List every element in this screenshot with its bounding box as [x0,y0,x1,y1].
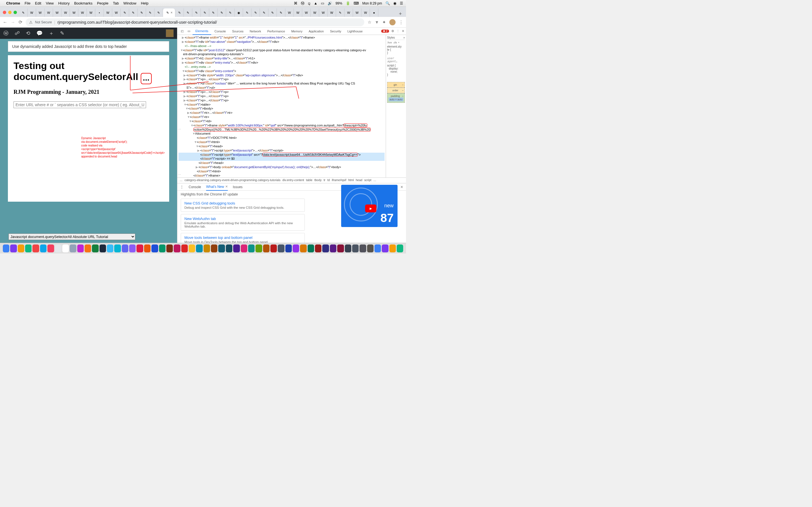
edit-icon[interactable]: ✎ [60,30,64,36]
menu-bookmarks[interactable]: Bookmarks [74,1,93,5]
dom-node[interactable]: ▼<class="t">head> [179,144,385,149]
dock-app-icon[interactable] [330,244,336,252]
tab-lighthouse[interactable]: Lighthouse [345,27,365,35]
dom-node[interactable]: ▶<class="t">div style="width: 230px" cla… [179,73,385,77]
browser-tab[interactable]: ● [370,8,378,17]
drawer-close-icon[interactable]: ✕ [400,185,403,189]
browser-tab[interactable]: ✎ [19,8,28,17]
dock-app-icon[interactable] [166,244,173,252]
device-icon[interactable]: ▭ [186,29,192,33]
dock-app-icon[interactable] [100,244,106,252]
app-name[interactable]: Chrome [6,1,20,5]
menu-history[interactable]: History [58,1,69,5]
dock-app-icon[interactable] [308,244,314,252]
tab-memory[interactable]: Memory [289,27,305,35]
dock-app-icon[interactable] [204,244,210,252]
dom-node[interactable]: ▶<class="t">tr>…</class="t">tr> [179,111,385,115]
dock-app-icon[interactable] [33,244,39,252]
more-icon[interactable]: ⋮ [396,29,400,33]
dock-app-icon[interactable] [315,244,321,252]
input-icon[interactable]: ⌨ [354,1,359,5]
browser-tab[interactable]: W [327,8,336,17]
browser-tab[interactable]: W [294,8,302,17]
dom-node[interactable]: nction%20xyz()%20…TML%3B%3D%22%20...%20%… [179,128,385,132]
tab-performance[interactable]: Performance [264,27,288,35]
tab-network[interactable]: Network [247,27,264,35]
dock-app-icon[interactable] [233,244,240,252]
dock-app-icon[interactable] [374,244,381,252]
updates-icon[interactable]: ⟲ [26,30,30,36]
browser-tab[interactable]: ✎ [184,8,192,17]
dock-app-icon[interactable] [122,244,128,252]
display-icon[interactable]: ▭ [321,1,324,5]
dock-app-icon[interactable] [226,244,232,252]
whats-new-card[interactable]: New WebAuthn tabEmulate authenticators a… [181,214,305,231]
dom-node[interactable]: </class="t">head> [179,161,385,165]
browser-tab[interactable]: ✎ [201,8,209,17]
dock-app-icon[interactable] [107,244,113,252]
dock-app-icon[interactable] [300,244,306,252]
browser-tab[interactable]: W [36,8,45,17]
dom-node[interactable]: ▼<class="t">html> [179,140,385,144]
browser-tab[interactable]: W [70,8,79,17]
minimize-window-button[interactable] [8,11,11,14]
drawer-tab-console[interactable]: Console [189,185,201,189]
tab-sources[interactable]: Sources [229,27,246,35]
whats-new-card[interactable]: New CSS Grid debugging toolsDebug and in… [181,199,305,212]
dock-app-icon[interactable] [70,244,76,252]
browser-tab[interactable]: W [311,8,319,17]
browser-tab[interactable]: W [53,8,61,17]
browser-tab[interactable]: ✎ [121,8,129,17]
dock-app-icon[interactable] [255,244,262,252]
dock-app-icon[interactable] [151,244,158,252]
browser-tab[interactable]: W [285,8,294,17]
dock-app-icon[interactable] [174,244,180,252]
dom-node[interactable]: ▼<class="t">div class="entry-content"> [179,69,385,73]
battery-icon[interactable]: 🔋 [346,1,350,5]
dock-app-icon[interactable] [241,244,247,252]
dock-app-icon[interactable] [278,244,284,252]
browser-tab[interactable]: W [302,8,311,17]
browser-tab[interactable]: W [112,8,121,17]
browser-tab[interactable]: ✎ [154,8,163,17]
dom-node[interactable]: ▶<class="t">div id="nav-above" class="na… [179,40,385,44]
wordpress-icon[interactable]: ⓦ [3,30,8,37]
dock-app-icon[interactable] [337,244,344,252]
extension-icon[interactable]: ▼ [375,20,379,24]
dom-tree[interactable]: ▶<class="t">iframe width="1" height="1" … [177,35,386,177]
drawer-menu-icon[interactable]: ⋮ [180,185,184,189]
dom-node[interactable]: <!-- .entry-meta --> [179,65,385,69]
volume-icon[interactable]: 🔊 [327,1,332,5]
dom-node[interactable]: ▶<class="t">script type="text/javascript… [179,149,385,153]
dock-app-icon[interactable] [322,244,329,252]
dom-node[interactable]: ▶<class="t">iframe width="1" height="1" … [179,36,385,40]
chrome-menu-icon[interactable]: ⋮ [399,20,403,25]
browser-tab[interactable]: ✎ [146,8,154,17]
comments-icon[interactable]: 💬 [36,30,43,36]
menu-file[interactable]: File [24,1,31,5]
styles-label[interactable]: Styles [387,36,395,39]
dom-node[interactable]: ▶<class="t">p>…</class="t">p> [179,77,385,81]
dom-node[interactable]: </class="t">iframe> [179,173,385,177]
drawer-tab-issues[interactable]: Issues [233,185,243,189]
dock-app-icon[interactable] [367,244,373,252]
dock-app-icon[interactable] [114,244,121,252]
browser-tab[interactable]: W [28,8,36,17]
dock-app-icon[interactable] [47,244,54,252]
drawer-tab-whatsnew[interactable]: What's New ✕ [206,183,228,191]
browser-tab[interactable]: ✎ [268,8,277,17]
browser-tab[interactable]: W [61,8,70,17]
dom-node[interactable]: ▼<class="t">tr> [179,115,385,119]
dock-app-icon[interactable] [55,244,61,252]
dock-app-icon[interactable] [62,244,69,252]
dom-node[interactable]: ▼<class="t">tbody> [179,107,385,111]
browser-tab[interactable]: W [104,8,112,17]
dom-node[interactable]: ▼<class="t">table> [179,103,385,107]
close-devtools-icon[interactable]: ✕ [402,29,404,33]
whats-new-video[interactable]: ▶ new 87 [341,185,398,227]
dom-node[interactable]: ▶<class="t">p>…</class="t">p> [179,98,385,103]
dock-app-icon[interactable] [293,244,299,252]
dock-app-icon[interactable] [85,244,91,252]
dock-app-icon[interactable] [3,244,9,252]
dom-node[interactable]: ▼#document [179,131,385,136]
